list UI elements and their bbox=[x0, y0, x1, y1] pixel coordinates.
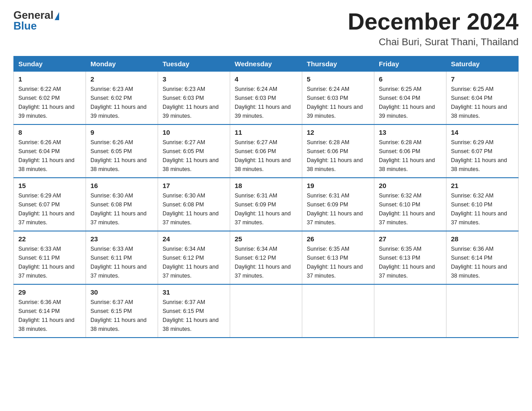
table-row: 7 Sunrise: 6:25 AMSunset: 6:04 PMDayligh… bbox=[446, 72, 519, 125]
day-info: Sunrise: 6:32 AMSunset: 6:10 PMDaylight:… bbox=[451, 193, 507, 226]
table-row: 26 Sunrise: 6:35 AMSunset: 6:13 PMDaylig… bbox=[302, 231, 374, 284]
col-monday: Monday bbox=[86, 56, 158, 72]
day-number: 10 bbox=[163, 128, 225, 136]
table-row: 23 Sunrise: 6:33 AMSunset: 6:11 PMDaylig… bbox=[86, 231, 158, 284]
page-subtitle: Chai Buri, Surat Thani, Thailand bbox=[348, 36, 519, 48]
day-number: 5 bbox=[307, 75, 369, 83]
day-info: Sunrise: 6:26 AMSunset: 6:04 PMDaylight:… bbox=[18, 139, 74, 172]
day-number: 13 bbox=[379, 128, 442, 136]
day-info: Sunrise: 6:31 AMSunset: 6:09 PMDaylight:… bbox=[235, 193, 291, 226]
day-number: 21 bbox=[451, 182, 514, 189]
table-row: 28 Sunrise: 6:36 AMSunset: 6:14 PMDaylig… bbox=[446, 231, 519, 284]
calendar-week-row: 1 Sunrise: 6:22 AMSunset: 6:02 PMDayligh… bbox=[14, 72, 519, 125]
day-info: Sunrise: 6:34 AMSunset: 6:12 PMDaylight:… bbox=[235, 246, 291, 279]
day-number: 19 bbox=[307, 182, 369, 189]
table-row: 31 Sunrise: 6:37 AMSunset: 6:15 PMDaylig… bbox=[158, 284, 230, 338]
day-number: 6 bbox=[379, 75, 442, 83]
day-info: Sunrise: 6:31 AMSunset: 6:09 PMDaylight:… bbox=[307, 193, 363, 226]
table-row: 12 Sunrise: 6:28 AMSunset: 6:06 PMDaylig… bbox=[302, 124, 374, 178]
col-wednesday: Wednesday bbox=[230, 56, 302, 72]
calendar-week-row: 29 Sunrise: 6:36 AMSunset: 6:14 PMDaylig… bbox=[14, 284, 519, 338]
day-number: 12 bbox=[307, 128, 369, 136]
day-info: Sunrise: 6:36 AMSunset: 6:14 PMDaylight:… bbox=[451, 246, 507, 279]
day-info: Sunrise: 6:33 AMSunset: 6:11 PMDaylight:… bbox=[90, 246, 146, 279]
table-row: 10 Sunrise: 6:27 AMSunset: 6:05 PMDaylig… bbox=[158, 124, 230, 178]
day-info: Sunrise: 6:23 AMSunset: 6:02 PMDaylight:… bbox=[90, 86, 146, 119]
day-info: Sunrise: 6:37 AMSunset: 6:15 PMDaylight:… bbox=[90, 299, 146, 332]
day-info: Sunrise: 6:23 AMSunset: 6:03 PMDaylight:… bbox=[163, 86, 219, 119]
table-row bbox=[446, 284, 519, 338]
day-number: 24 bbox=[163, 235, 225, 243]
table-row: 22 Sunrise: 6:33 AMSunset: 6:11 PMDaylig… bbox=[14, 231, 86, 284]
col-sunday: Sunday bbox=[14, 56, 86, 72]
table-row: 4 Sunrise: 6:24 AMSunset: 6:03 PMDayligh… bbox=[230, 72, 302, 125]
day-info: Sunrise: 6:28 AMSunset: 6:06 PMDaylight:… bbox=[307, 139, 363, 172]
calendar-week-row: 15 Sunrise: 6:29 AMSunset: 6:07 PMDaylig… bbox=[14, 178, 519, 231]
table-row bbox=[302, 284, 374, 338]
table-row: 8 Sunrise: 6:26 AMSunset: 6:04 PMDayligh… bbox=[14, 124, 86, 178]
day-number: 23 bbox=[90, 235, 153, 243]
table-row: 27 Sunrise: 6:35 AMSunset: 6:13 PMDaylig… bbox=[374, 231, 446, 284]
col-saturday: Saturday bbox=[446, 56, 519, 72]
day-info: Sunrise: 6:34 AMSunset: 6:12 PMDaylight:… bbox=[163, 246, 219, 279]
page-header: General Blue December 2024 Chai Buri, Su… bbox=[13, 9, 519, 48]
day-number: 1 bbox=[18, 75, 81, 83]
day-number: 16 bbox=[90, 182, 153, 189]
table-row: 5 Sunrise: 6:24 AMSunset: 6:03 PMDayligh… bbox=[302, 72, 374, 125]
day-info: Sunrise: 6:35 AMSunset: 6:13 PMDaylight:… bbox=[379, 246, 435, 279]
day-info: Sunrise: 6:22 AMSunset: 6:02 PMDaylight:… bbox=[18, 86, 74, 119]
col-friday: Friday bbox=[374, 56, 446, 72]
day-info: Sunrise: 6:28 AMSunset: 6:06 PMDaylight:… bbox=[379, 139, 435, 172]
day-number: 7 bbox=[451, 75, 514, 83]
day-info: Sunrise: 6:29 AMSunset: 6:07 PMDaylight:… bbox=[451, 139, 507, 172]
day-number: 26 bbox=[307, 235, 369, 243]
title-area: December 2024 Chai Buri, Surat Thani, Th… bbox=[348, 9, 519, 48]
day-number: 15 bbox=[18, 182, 81, 189]
table-row: 24 Sunrise: 6:34 AMSunset: 6:12 PMDaylig… bbox=[158, 231, 230, 284]
table-row: 18 Sunrise: 6:31 AMSunset: 6:09 PMDaylig… bbox=[230, 178, 302, 231]
table-row: 21 Sunrise: 6:32 AMSunset: 6:10 PMDaylig… bbox=[446, 178, 519, 231]
day-number: 30 bbox=[90, 288, 153, 296]
table-row: 9 Sunrise: 6:26 AMSunset: 6:05 PMDayligh… bbox=[86, 124, 158, 178]
day-number: 22 bbox=[18, 235, 81, 243]
table-row: 29 Sunrise: 6:36 AMSunset: 6:14 PMDaylig… bbox=[14, 284, 86, 338]
day-number: 4 bbox=[235, 75, 297, 83]
day-number: 8 bbox=[18, 128, 81, 136]
table-row: 16 Sunrise: 6:30 AMSunset: 6:08 PMDaylig… bbox=[86, 178, 158, 231]
day-info: Sunrise: 6:30 AMSunset: 6:08 PMDaylight:… bbox=[90, 193, 146, 226]
day-info: Sunrise: 6:29 AMSunset: 6:07 PMDaylight:… bbox=[18, 193, 74, 226]
day-number: 31 bbox=[163, 288, 225, 296]
day-number: 25 bbox=[235, 235, 297, 243]
logo-triangle-icon bbox=[55, 12, 59, 20]
day-number: 18 bbox=[235, 182, 297, 189]
day-info: Sunrise: 6:36 AMSunset: 6:14 PMDaylight:… bbox=[18, 299, 74, 332]
table-row: 1 Sunrise: 6:22 AMSunset: 6:02 PMDayligh… bbox=[14, 72, 86, 125]
calendar-header-row: Sunday Monday Tuesday Wednesday Thursday… bbox=[14, 56, 519, 72]
col-tuesday: Tuesday bbox=[158, 56, 230, 72]
day-info: Sunrise: 6:27 AMSunset: 6:05 PMDaylight:… bbox=[163, 139, 219, 172]
table-row: 19 Sunrise: 6:31 AMSunset: 6:09 PMDaylig… bbox=[302, 178, 374, 231]
table-row bbox=[374, 284, 446, 338]
day-info: Sunrise: 6:27 AMSunset: 6:06 PMDaylight:… bbox=[235, 139, 291, 172]
table-row: 17 Sunrise: 6:30 AMSunset: 6:08 PMDaylig… bbox=[158, 178, 230, 231]
day-number: 9 bbox=[90, 128, 153, 136]
day-number: 3 bbox=[163, 75, 225, 83]
table-row: 20 Sunrise: 6:32 AMSunset: 6:10 PMDaylig… bbox=[374, 178, 446, 231]
day-number: 17 bbox=[163, 182, 225, 189]
day-info: Sunrise: 6:30 AMSunset: 6:08 PMDaylight:… bbox=[163, 193, 219, 226]
table-row: 30 Sunrise: 6:37 AMSunset: 6:15 PMDaylig… bbox=[86, 284, 158, 338]
day-number: 2 bbox=[90, 75, 153, 83]
day-number: 28 bbox=[451, 235, 514, 243]
col-thursday: Thursday bbox=[302, 56, 374, 72]
day-info: Sunrise: 6:32 AMSunset: 6:10 PMDaylight:… bbox=[379, 193, 435, 226]
day-info: Sunrise: 6:24 AMSunset: 6:03 PMDaylight:… bbox=[235, 86, 291, 119]
day-info: Sunrise: 6:25 AMSunset: 6:04 PMDaylight:… bbox=[379, 86, 435, 119]
table-row: 3 Sunrise: 6:23 AMSunset: 6:03 PMDayligh… bbox=[158, 72, 230, 125]
day-number: 11 bbox=[235, 128, 297, 136]
page-title: December 2024 bbox=[348, 9, 519, 34]
calendar-week-row: 8 Sunrise: 6:26 AMSunset: 6:04 PMDayligh… bbox=[14, 124, 519, 178]
day-number: 27 bbox=[379, 235, 442, 243]
table-row: 11 Sunrise: 6:27 AMSunset: 6:06 PMDaylig… bbox=[230, 124, 302, 178]
day-info: Sunrise: 6:25 AMSunset: 6:04 PMDaylight:… bbox=[451, 86, 507, 119]
day-info: Sunrise: 6:33 AMSunset: 6:11 PMDaylight:… bbox=[18, 246, 74, 279]
